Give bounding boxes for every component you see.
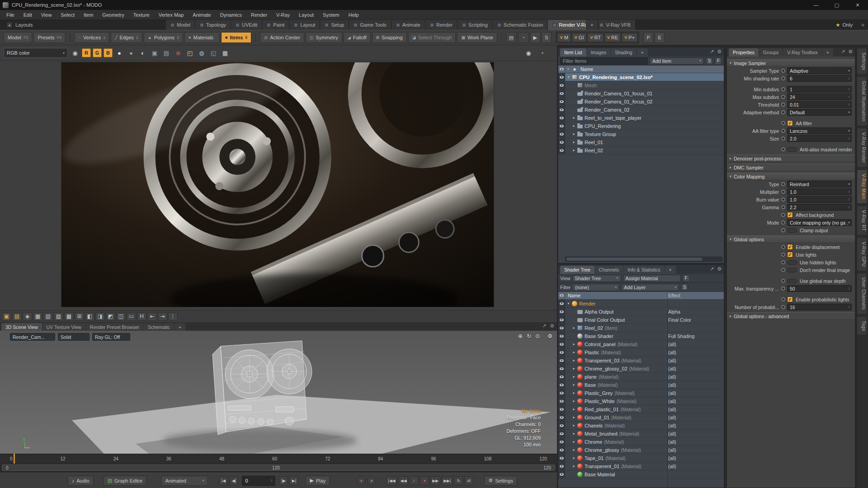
viewport-tab[interactable]: Render Preset Browser bbox=[86, 323, 143, 331]
channel-dot-icon[interactable] bbox=[781, 228, 785, 232]
effect-column-header[interactable]: Effect bbox=[668, 292, 680, 299]
panel-tab[interactable]: + bbox=[822, 48, 833, 56]
playhead-marker[interactable] bbox=[14, 454, 15, 464]
expand-arrow-icon[interactable]: ▸ bbox=[571, 358, 576, 362]
abort-render-icon[interactable]: ⊗ bbox=[173, 48, 183, 58]
channel-dot-icon[interactable] bbox=[781, 221, 785, 225]
expand-arrow-icon[interactable]: ▸ bbox=[571, 350, 576, 354]
menu-item[interactable]: Vertex Map bbox=[154, 10, 189, 20]
viewport-gear-icon[interactable]: ⚙ bbox=[547, 333, 552, 339]
shader-layer-row[interactable]: Alpha Output Alpha bbox=[558, 308, 724, 316]
visibility-eye-icon[interactable] bbox=[560, 343, 564, 346]
visibility-eye-icon[interactable] bbox=[560, 457, 564, 460]
toolbar-tab-button[interactable]: Presets F6 bbox=[33, 32, 66, 43]
menu-item[interactable]: System bbox=[318, 10, 344, 20]
layout-tab[interactable]: Topology bbox=[195, 20, 231, 30]
shader-layer-row[interactable]: ▸ Chrome (Material) (all) bbox=[558, 438, 724, 446]
visibility-eye-icon[interactable] bbox=[560, 359, 564, 362]
dropdown[interactable]: Reinhard▾ bbox=[787, 181, 852, 188]
channel-dot-icon[interactable] bbox=[781, 286, 785, 291]
play-button[interactable]: ▶ Play bbox=[306, 476, 330, 486]
expand-arrow-icon[interactable]: ▸ bbox=[571, 148, 576, 152]
camera-icon[interactable]: ▤ bbox=[506, 32, 517, 43]
channel-dot-icon[interactable] bbox=[781, 279, 785, 283]
visibility-eye-icon[interactable] bbox=[560, 133, 564, 136]
expand-arrow-icon[interactable]: ▸ bbox=[571, 432, 576, 436]
tool-button[interactable]: ▦ Work Plane bbox=[457, 32, 497, 43]
spinner-icon[interactable]: ↕ bbox=[848, 103, 850, 107]
menu-item[interactable]: Geometry bbox=[98, 10, 128, 20]
expand-arrow-icon[interactable]: ▸ bbox=[571, 132, 576, 136]
visibility-eye-icon[interactable] bbox=[560, 310, 564, 313]
expand-arrow-icon[interactable]: ▸ bbox=[571, 116, 576, 120]
section-header[interactable]: ▸Denoiser post-process bbox=[727, 155, 855, 162]
quick-toolbar-icon[interactable]: ▭ bbox=[127, 312, 136, 321]
value-field[interactable]: 1.0↕ bbox=[787, 196, 852, 203]
quick-toolbar-icon[interactable]: H bbox=[137, 312, 146, 321]
vray-button[interactable]: V M bbox=[557, 33, 571, 42]
section-header[interactable]: ▾Image Sampler bbox=[727, 59, 855, 67]
channel-dot-icon[interactable] bbox=[781, 95, 785, 99]
toolbar-tab-button[interactable]: Model F2 bbox=[4, 32, 32, 43]
assign-material-button[interactable]: Assign Material bbox=[623, 275, 681, 282]
visibility-eye-icon[interactable] bbox=[560, 449, 564, 451]
panel-options-icon[interactable]: ⚙ bbox=[848, 49, 853, 55]
channel-dot-icon[interactable] bbox=[781, 87, 785, 91]
expand-arrow-icon[interactable]: ▸ bbox=[571, 124, 576, 128]
visibility-eye-icon[interactable] bbox=[560, 335, 564, 338]
item-row[interactable]: Mesh bbox=[558, 81, 724, 89]
section-header[interactable]: ▾Color Mapping bbox=[727, 173, 855, 180]
dropdown-arrow-icon[interactable]: ▾ bbox=[848, 129, 850, 133]
quick-toolbar-icon[interactable]: ◨ bbox=[95, 312, 105, 321]
channel-dot-icon[interactable] bbox=[781, 305, 785, 309]
value-field[interactable]: 2.2↕ bbox=[787, 204, 852, 211]
tool-button[interactable]: ⊞ Snapping bbox=[372, 32, 407, 43]
visibility-eye-icon[interactable] bbox=[560, 432, 564, 435]
channel-dot-icon[interactable] bbox=[781, 110, 785, 114]
layer-effect[interactable]: (all) bbox=[668, 446, 676, 454]
images-icon[interactable]: ▤ bbox=[161, 48, 171, 58]
vray-button[interactable]: V GI bbox=[572, 33, 587, 42]
selection-mode-button[interactable]: ∴ Vertices 1 bbox=[74, 32, 109, 43]
list-icon[interactable]: ≡ bbox=[862, 20, 864, 30]
layout-tab[interactable]: Schematic Fusion bbox=[493, 20, 548, 30]
layer-effect[interactable]: (all) bbox=[668, 462, 676, 470]
channel-dot-icon[interactable] bbox=[781, 121, 785, 125]
transport-next-icon[interactable]: ▶| bbox=[289, 476, 298, 485]
zoom-icon[interactable]: ⊙ bbox=[535, 333, 540, 339]
layer-effect[interactable]: (all) bbox=[668, 373, 676, 380]
transport-mini-icon[interactable]: |◀◀ bbox=[386, 476, 397, 485]
viewport-tab[interactable]: Schematic bbox=[144, 323, 174, 331]
dropdown-arrow-icon[interactable]: ▾ bbox=[848, 110, 850, 114]
visibility-eye-icon[interactable] bbox=[560, 117, 564, 119]
menu-item[interactable]: Help bbox=[344, 10, 363, 20]
visibility-eye-icon[interactable] bbox=[560, 125, 564, 127]
timeline-range-bar[interactable]: 0 120 120 bbox=[0, 464, 557, 472]
panel-options-icon[interactable]: ⚙ bbox=[550, 323, 554, 329]
layout-tab[interactable]: Setup bbox=[320, 20, 349, 30]
menu-item[interactable]: View bbox=[37, 10, 57, 20]
item-row[interactable]: Render_Camera_01_focus_02 bbox=[558, 98, 724, 106]
layer-effect[interactable]: (all) bbox=[668, 365, 676, 372]
filter-dropdown[interactable]: (none) ▾ bbox=[572, 284, 619, 291]
spinner-icon[interactable]: ↕ bbox=[848, 76, 850, 80]
expand-arrow-icon[interactable]: ▸ bbox=[571, 407, 576, 411]
channel-dot-icon[interactable] bbox=[781, 297, 785, 301]
minimize-button[interactable]: — bbox=[806, 0, 826, 10]
spinner-icon[interactable]: ↕ bbox=[848, 87, 850, 91]
green-channel-button[interactable]: G bbox=[93, 48, 102, 57]
play-preview-button[interactable]: ▶ bbox=[530, 32, 540, 43]
shader-layer-row[interactable]: ▸ Chrome_glossy (Material) (all) bbox=[558, 446, 724, 454]
gray-ball-icon[interactable]: ● bbox=[126, 48, 136, 58]
expand-arrow-icon[interactable]: ▸ bbox=[571, 383, 576, 387]
menu-item[interactable]: Texture bbox=[129, 10, 154, 20]
value-field[interactable]: 0.01↕ bbox=[787, 101, 852, 108]
eye-icon[interactable]: ◔ bbox=[518, 32, 529, 43]
selection-mode-button[interactable]: ■ Items 5 bbox=[221, 32, 251, 43]
shader-layer-row[interactable]: ▸ Reel_02 (Item) bbox=[558, 324, 724, 332]
item-row[interactable]: ▾ CPU_Rendering_scene_02.lxo* bbox=[558, 73, 724, 81]
transport-prev-icon[interactable]: |◀ bbox=[219, 476, 228, 485]
expand-panel-icon[interactable]: ↗ bbox=[710, 266, 714, 272]
shader-layer-row[interactable]: Base Material bbox=[558, 470, 724, 479]
visibility-eye-icon[interactable] bbox=[560, 319, 564, 321]
